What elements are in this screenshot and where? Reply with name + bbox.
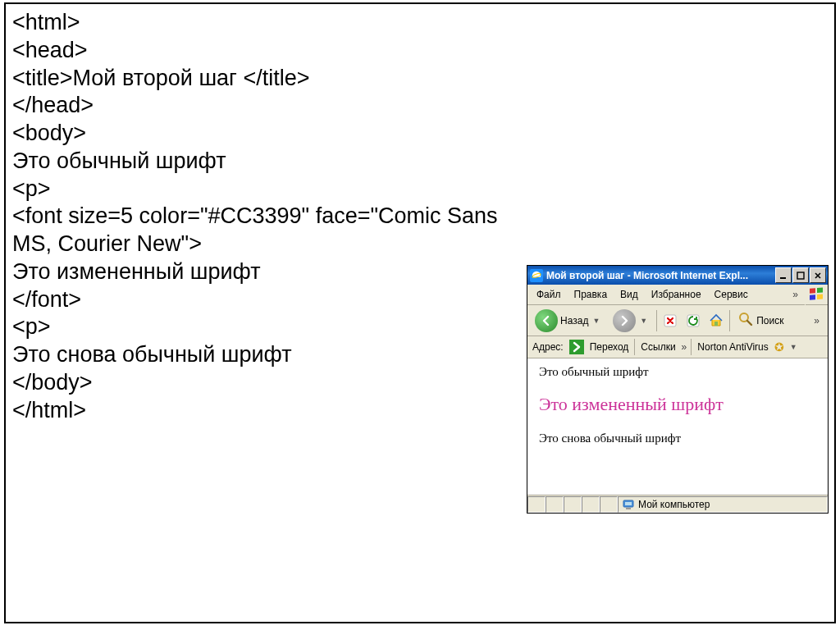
menu-edit[interactable]: Правка <box>568 287 614 302</box>
go-icon[interactable] <box>569 340 584 354</box>
search-label: Поиск <box>756 315 783 326</box>
content-line-3: Это снова обычный шрифт <box>539 431 816 445</box>
svg-rect-1 <box>780 277 786 279</box>
page-content: Это обычный шрифт Это измененный шрифт Э… <box>527 358 828 495</box>
addr-chevron-icon[interactable]: » <box>682 341 687 353</box>
svg-rect-4 <box>817 287 823 293</box>
svg-rect-9 <box>714 322 718 326</box>
svg-rect-5 <box>810 294 815 300</box>
menu-chevron-icon[interactable]: » <box>788 289 803 300</box>
minimize-button[interactable] <box>775 267 792 283</box>
toolbar-separator <box>729 310 730 331</box>
menu-favorites[interactable]: Избранное <box>646 287 707 302</box>
norton-label[interactable]: Norton AntiVirus <box>696 341 770 353</box>
forward-arrow-icon <box>613 309 636 332</box>
titlebar: Мой второй шаг - Microsoft Internet Expl… <box>527 266 828 285</box>
back-arrow-icon <box>535 309 558 332</box>
maximize-button[interactable] <box>792 267 809 283</box>
statusbar-pane <box>527 496 546 513</box>
html-source-code: <html> <head> <title>Мой второй шаг </ti… <box>12 9 537 424</box>
back-button[interactable]: Назад ▼ <box>531 307 605 335</box>
menubar: Файл Правка Вид Избранное Сервис » <box>527 285 828 305</box>
svg-rect-3 <box>810 288 815 294</box>
svg-rect-13 <box>626 508 631 509</box>
window-title: Мой второй шаг - Microsoft Internet Expl… <box>546 270 775 281</box>
statusbar: Мой компьютер <box>527 495 828 513</box>
statusbar-pane <box>564 496 582 513</box>
addr-separator <box>691 339 692 355</box>
document-frame: <html> <head> <title>Мой второй шаг </ti… <box>4 2 836 623</box>
links-label[interactable]: Ссылки <box>639 341 677 353</box>
stop-button[interactable] <box>660 311 680 331</box>
norton-dropdown-icon[interactable]: ▼ <box>788 343 799 351</box>
close-button[interactable] <box>810 267 826 283</box>
addressbar: Адрес: Переход Ссылки » Norton AntiVirus… <box>527 336 828 358</box>
svg-rect-6 <box>817 294 823 299</box>
toolbar-chevron-icon[interactable]: » <box>809 315 824 326</box>
home-button[interactable] <box>706 311 726 331</box>
statusbar-pane <box>600 496 618 513</box>
content-line-1: Это обычный шрифт <box>539 365 816 379</box>
refresh-button[interactable] <box>683 311 703 331</box>
content-line-2: Это измененный шрифт <box>539 394 816 415</box>
window-buttons <box>775 267 828 283</box>
ie-favicon-icon <box>530 269 543 282</box>
forward-dropdown-icon[interactable]: ▼ <box>638 317 649 325</box>
forward-button[interactable]: ▼ <box>609 307 653 335</box>
statusbar-pane <box>582 496 600 513</box>
back-label: Назад <box>560 315 588 326</box>
svg-rect-2 <box>797 272 804 279</box>
menu-file[interactable]: Файл <box>531 287 567 302</box>
go-label[interactable]: Переход <box>588 341 631 353</box>
menu-service[interactable]: Сервис <box>709 287 754 302</box>
addr-separator <box>634 339 635 355</box>
svg-rect-12 <box>625 502 632 505</box>
statusbar-pane <box>546 496 564 513</box>
windows-logo-icon <box>805 285 828 305</box>
address-label: Адрес: <box>531 341 565 353</box>
toolbar: Назад ▼ ▼ <box>527 305 828 336</box>
ie-browser-window: Мой второй шаг - Microsoft Internet Expl… <box>527 265 829 514</box>
menu-view[interactable]: Вид <box>614 287 644 302</box>
statusbar-text-pane: Мой компьютер <box>618 496 828 513</box>
norton-icon: ✪ <box>774 340 784 354</box>
search-button[interactable]: Поиск <box>733 308 788 332</box>
toolbar-separator <box>656 310 657 331</box>
back-dropdown-icon[interactable]: ▼ <box>591 317 601 325</box>
computer-icon <box>622 498 635 511</box>
statusbar-text: Мой компьютер <box>638 499 710 510</box>
search-icon <box>737 311 754 330</box>
